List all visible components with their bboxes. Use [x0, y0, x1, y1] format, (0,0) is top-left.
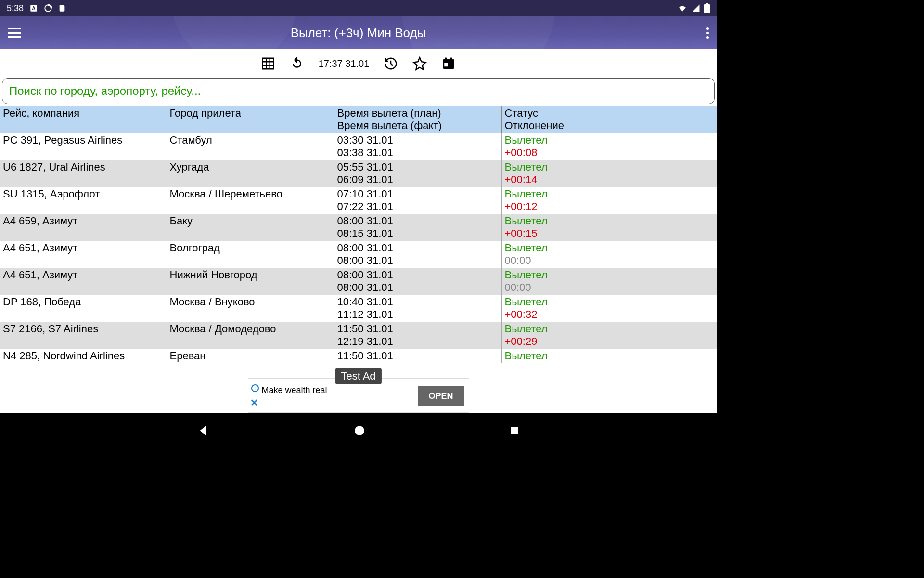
col-flight: Рейс, компания: [0, 106, 167, 133]
cell-dest: Нижний Новгород: [167, 268, 334, 295]
col-status: Статус Отклонение: [501, 106, 717, 133]
history-icon[interactable]: [384, 56, 398, 71]
cell-dest: Волгоград: [167, 241, 334, 268]
battery-icon: [704, 3, 710, 13]
page-title: Вылет: (+3ч) Мин Воды: [291, 26, 426, 40]
table-row[interactable]: U6 1827, Ural AirlinesХургада05:55 31.01…: [0, 160, 717, 187]
table-row[interactable]: A4 651, АзимутНижний Новгород08:00 31.01…: [0, 268, 717, 295]
table-row[interactable]: A4 659, АзимутБаку08:00 31.0108:15 31.01…: [0, 214, 717, 241]
app-bar: Вылет: (+3ч) Мин Воды: [0, 16, 717, 49]
cell-flight: A4 659, Азимут: [0, 214, 167, 241]
cell-time: 10:40 31.0111:12 31.01: [334, 295, 501, 322]
col-time: Время вылета (план) Время вылета (факт): [334, 106, 501, 133]
cell-flight: DP 168, Победа: [0, 295, 167, 322]
overflow-menu-button[interactable]: [706, 27, 709, 39]
svg-rect-3: [704, 4, 710, 13]
col-deviation-label: Отклонение: [505, 119, 714, 132]
cell-status: Вылетел+00:15: [501, 214, 717, 241]
cell-flight: S7 2166, S7 Airlines: [0, 322, 167, 349]
cell-time: 08:00 31.0108:15 31.01: [334, 214, 501, 241]
cell-dest: Стамбул: [167, 133, 334, 160]
cell-status: Вылетел+00:12: [501, 187, 717, 214]
cell-dest: Москва / Внуково: [167, 295, 334, 322]
svg-rect-7: [443, 59, 454, 62]
cell-status: Вылетел+00:14: [501, 160, 717, 187]
col-time-plan: Время вылета (план): [337, 107, 499, 119]
cell-time: 08:00 31.0108:00 31.01: [334, 268, 501, 295]
android-nav-bar: [0, 413, 717, 448]
table-row[interactable]: SU 1315, АэрофлотМосква / Шереметьево07:…: [0, 187, 717, 214]
svg-rect-8: [445, 58, 447, 61]
table-row[interactable]: N4 285, Nordwind AirlinesЕреван11:50 31.…: [0, 349, 717, 363]
cell-flight: SU 1315, Аэрофлот: [0, 187, 167, 214]
cell-status: Вылетел+00:29: [501, 322, 717, 349]
cell-flight: N4 285, Nordwind Airlines: [0, 349, 167, 363]
menu-button[interactable]: [8, 28, 21, 38]
sd-card-icon: [58, 4, 66, 13]
cell-status: Вылетел00:00: [501, 241, 717, 268]
table-row[interactable]: PC 391, Pegasus AirlinesСтамбул03:30 31.…: [0, 133, 717, 160]
nav-home-button[interactable]: [353, 424, 366, 437]
grid-icon[interactable]: [261, 56, 275, 71]
search-input[interactable]: [2, 78, 715, 104]
cell-time: 07:10 31.0107:22 31.01: [334, 187, 501, 214]
keyboard-icon: A: [29, 4, 38, 13]
cell-time: 05:55 31.0106:09 31.01: [334, 160, 501, 187]
data-saver-icon: [44, 4, 52, 13]
cell-dest: Москва / Шереметьево: [167, 187, 334, 214]
ad-text: Make wealth real: [262, 385, 327, 395]
col-status-label: Статус: [505, 107, 714, 119]
ad-close-icon[interactable]: ✕: [250, 397, 258, 408]
refresh-icon[interactable]: [290, 56, 304, 71]
toolbar-time: 17:37 31.01: [319, 58, 370, 69]
cell-flight: U6 1827, Ural Airlines: [0, 160, 167, 187]
cell-flight: A4 651, Азимут: [0, 241, 167, 268]
cell-status: Вылетел+00:32: [501, 295, 717, 322]
star-icon[interactable]: [412, 56, 427, 71]
flights-table: Рейс, компания Город прилета Время вылет…: [0, 106, 717, 363]
cell-time: 03:30 31.0103:38 31.01: [334, 133, 501, 160]
svg-rect-9: [450, 58, 452, 61]
ad-info-icon[interactable]: i: [251, 384, 259, 392]
svg-rect-10: [445, 63, 449, 67]
signal-icon: [692, 4, 700, 13]
cell-time: 11:50 31.01: [334, 349, 501, 363]
nav-back-button[interactable]: [196, 423, 211, 438]
cell-flight: A4 651, Азимут: [0, 268, 167, 295]
table-row[interactable]: A4 651, АзимутВолгоград08:00 31.0108:00 …: [0, 241, 717, 268]
svg-rect-4: [706, 3, 708, 4]
cell-time: 11:50 31.0112:19 31.01: [334, 322, 501, 349]
ad-open-button[interactable]: OPEN: [418, 386, 463, 406]
calendar-icon[interactable]: [441, 56, 456, 71]
cell-dest: Хургада: [167, 160, 334, 187]
cell-status: Вылетел00:00: [501, 268, 717, 295]
toolbar: 17:37 31.01: [0, 49, 717, 78]
cell-dest: Москва / Домодедово: [167, 322, 334, 349]
cell-status: Вылетел: [501, 349, 717, 363]
status-time: 5:38: [7, 3, 24, 13]
col-dest: Город прилета: [167, 106, 334, 133]
table-row[interactable]: S7 2166, S7 AirlinesМосква / Домодедово1…: [0, 322, 717, 349]
svg-rect-5: [262, 58, 273, 69]
cell-status: Вылетел+00:08: [501, 133, 717, 160]
ad-badge: Test Ad: [335, 368, 381, 384]
table-row[interactable]: DP 168, ПобедаМосква / Внуково10:40 31.0…: [0, 295, 717, 322]
cell-time: 08:00 31.0108:00 31.01: [334, 241, 501, 268]
cell-flight: PC 391, Pegasus Airlines: [0, 133, 167, 160]
nav-recents-button[interactable]: [509, 425, 520, 436]
wifi-icon: [677, 4, 688, 13]
table-header-row: Рейс, компания Город прилета Время вылет…: [0, 106, 717, 133]
svg-text:A: A: [32, 5, 36, 11]
svg-point-11: [355, 426, 365, 435]
android-status-bar: 5:38 A: [0, 0, 717, 16]
cell-dest: Баку: [167, 214, 334, 241]
svg-rect-12: [511, 427, 518, 434]
col-time-fact: Время вылета (факт): [337, 119, 499, 132]
ad-banner: Test Ad i ✕ Make wealth real OPEN: [248, 378, 469, 413]
cell-dest: Ереван: [167, 349, 334, 363]
